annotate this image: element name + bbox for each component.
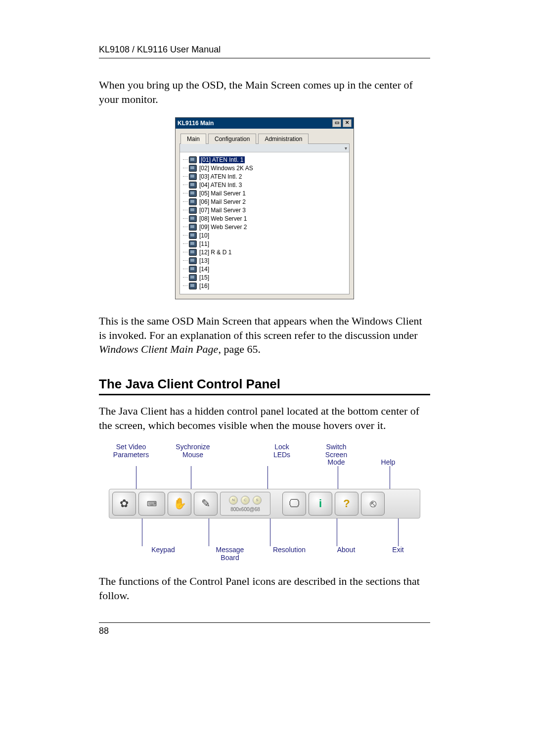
led-n-icon: N bbox=[229, 496, 238, 505]
tree-item[interactable]: [05] Mail Server 1 bbox=[189, 189, 346, 197]
label-synchronize-mouse: SychronizeMouse bbox=[171, 443, 215, 466]
label-message-board: MessageBoard bbox=[208, 546, 252, 562]
dropdown-arrow-icon[interactable]: ▾ bbox=[180, 144, 349, 152]
label-about: About bbox=[326, 546, 366, 562]
led-c-icon: C bbox=[241, 496, 250, 505]
pc-icon bbox=[189, 207, 197, 214]
resolution-text: 800x600@68 bbox=[230, 507, 260, 512]
lock-leds-resolution-panel[interactable]: N C S 800x600@68 bbox=[220, 492, 270, 516]
tree-item[interactable]: [02] Windows 2K AS bbox=[189, 164, 346, 172]
text-fragment: , page 65. bbox=[218, 343, 261, 355]
pc-icon bbox=[189, 232, 197, 239]
label-keypad: Keypad bbox=[134, 546, 193, 562]
section-heading: The Java Client Control Panel bbox=[99, 377, 430, 392]
tab-main[interactable]: Main bbox=[180, 134, 206, 144]
pc-icon bbox=[189, 224, 197, 231]
close-icon[interactable]: ✕ bbox=[343, 119, 352, 127]
label-set-video: Set VideoParameters bbox=[109, 443, 153, 466]
label-resolution: Resolution bbox=[267, 546, 312, 562]
page-header: KL9108 / KL9116 User Manual bbox=[99, 45, 430, 55]
control-panel-bar: ✿ ⌨ ✋ ✎ N C S 800x600@68 🖵 i ? ⎋ bbox=[109, 489, 420, 519]
message-board-icon[interactable]: ✎ bbox=[194, 492, 218, 516]
keypad-icon[interactable]: ⌨ bbox=[138, 492, 165, 516]
pc-icon bbox=[189, 190, 197, 197]
osd-titlebar: KL9116 Main ▭ ✕ bbox=[176, 118, 354, 129]
pc-icon bbox=[189, 215, 197, 222]
text-fragment: This is the same OSD Main Screen that ap… bbox=[99, 315, 422, 341]
tree-item[interactable]: [09] Web Server 2 bbox=[189, 223, 346, 231]
pc-icon bbox=[189, 156, 197, 163]
pc-icon bbox=[189, 240, 197, 247]
control-panel-diagram: Set VideoParameters SychronizeMouse Lock… bbox=[109, 443, 420, 562]
tree-item[interactable]: [16] bbox=[189, 282, 346, 290]
pc-icon bbox=[189, 165, 197, 172]
tab-configuration[interactable]: Configuration bbox=[208, 134, 256, 144]
help-icon[interactable]: ? bbox=[335, 492, 358, 516]
tree-item[interactable]: [15] bbox=[189, 273, 346, 282]
label-lock-leds: LockLEDs bbox=[262, 443, 302, 466]
pc-icon bbox=[189, 283, 197, 289]
header-rule bbox=[99, 58, 430, 58]
about-icon[interactable]: i bbox=[309, 492, 332, 516]
led-s-icon: S bbox=[253, 496, 262, 505]
tree-item[interactable]: [07] Mail Server 3 bbox=[189, 206, 346, 214]
tab-administration[interactable]: Administration bbox=[258, 134, 309, 144]
footer-rule bbox=[99, 622, 430, 623]
osd-main-window: KL9116 Main ▭ ✕ Main Configuration Admin… bbox=[175, 117, 354, 299]
pc-icon bbox=[189, 266, 197, 273]
tree-item[interactable]: [13] bbox=[189, 256, 346, 265]
exit-icon[interactable]: ⎋ bbox=[361, 492, 385, 516]
restore-icon[interactable]: ▭ bbox=[332, 119, 341, 127]
switch-screen-mode-icon[interactable]: 🖵 bbox=[282, 492, 306, 516]
port-tree: [01] ATEN Intl. 1 [02] Windows 2K AS [03… bbox=[180, 152, 349, 294]
sync-mouse-icon[interactable]: ✋ bbox=[168, 492, 191, 516]
pc-icon bbox=[189, 257, 197, 264]
section-paragraph: The Java Client has a hidden control pan… bbox=[99, 404, 430, 432]
pc-icon bbox=[189, 249, 197, 256]
tree-item[interactable]: [04] ATEN Intl. 3 bbox=[189, 181, 346, 189]
pc-icon bbox=[189, 198, 197, 205]
page-number: 88 bbox=[99, 626, 430, 636]
label-switch-screen-mode: SwitchScreenMode bbox=[319, 443, 354, 466]
tree-item[interactable]: [08] Web Server 1 bbox=[189, 214, 346, 223]
tree-item[interactable]: [11] bbox=[189, 239, 346, 248]
tree-item[interactable]: [14] bbox=[189, 265, 346, 273]
osd-title-text: KL9116 Main bbox=[178, 120, 214, 127]
tree-item[interactable]: [12] R & D 1 bbox=[189, 248, 346, 256]
tree-item[interactable]: [01] ATEN Intl. 1 bbox=[189, 155, 346, 164]
intro-paragraph: When you bring up the OSD, the Main Scre… bbox=[99, 78, 430, 106]
outro-paragraph: The functions of the Control Panel icons… bbox=[99, 574, 430, 603]
pc-icon bbox=[189, 173, 197, 180]
osd-explain-paragraph: This is the same OSD Main Screen that ap… bbox=[99, 314, 430, 357]
tree-item[interactable]: [10] bbox=[189, 231, 346, 239]
label-help: Help bbox=[371, 459, 405, 466]
windows-client-ref: Windows Client Main Page bbox=[99, 343, 218, 355]
section-rule bbox=[99, 394, 430, 395]
tree-item[interactable]: [03] ATEN Intl. 2 bbox=[189, 172, 346, 181]
label-exit: Exit bbox=[381, 546, 415, 562]
pc-icon bbox=[189, 274, 197, 281]
pc-icon bbox=[189, 182, 197, 189]
set-video-icon[interactable]: ✿ bbox=[112, 492, 136, 516]
tree-item[interactable]: [06] Mail Server 2 bbox=[189, 197, 346, 206]
